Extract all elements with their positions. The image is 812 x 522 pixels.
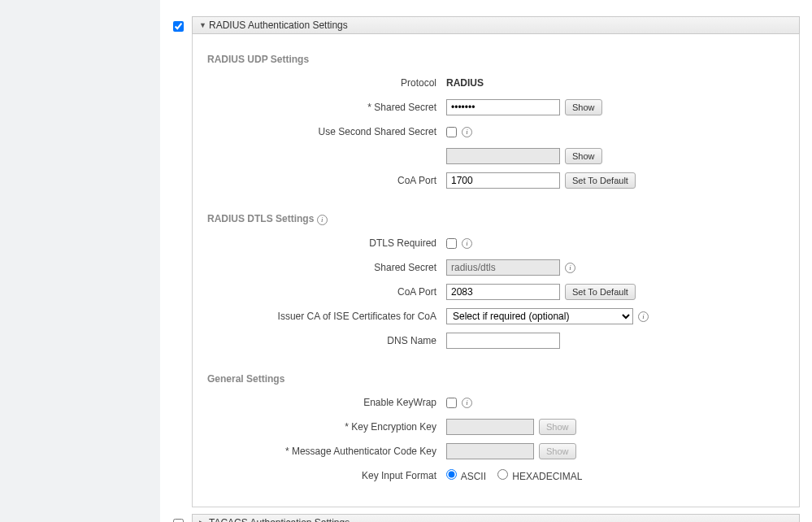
dns-name-label: DNS Name <box>207 335 446 346</box>
radius-section-checkbox[interactable] <box>173 21 184 32</box>
tacacs-section-title: TACACS Authentication Settings <box>209 517 350 522</box>
issuer-ca-label: Issuer CA of ISE Certificates for CoA <box>207 311 446 322</box>
radio-label-hex[interactable]: HEXADECIMAL <box>497 469 582 482</box>
dtls-required-label: DTLS Required <box>207 237 446 249</box>
radius-section-header[interactable]: ▼ RADIUS Authentication Settings <box>192 16 800 34</box>
ascii-radio-text: ASCII <box>461 471 486 482</box>
info-icon[interactable]: i <box>462 238 472 249</box>
radius-udp-group-title: RADIUS UDP Settings <box>207 54 783 65</box>
radius-dtls-group-title: RADIUS DTLS Settings i <box>207 213 783 225</box>
dtls-shared-secret-label: Shared Secret <box>207 262 446 273</box>
ascii-radio[interactable] <box>446 469 457 480</box>
radio-label-ascii[interactable]: ASCII <box>446 469 486 482</box>
use-second-secret-checkbox[interactable] <box>446 127 457 137</box>
enable-keywrap-checkbox[interactable] <box>446 398 457 408</box>
tacacs-section-header[interactable]: ▶ TACACS Authentication Settings <box>192 514 800 522</box>
coa-port-field[interactable] <box>446 172 560 189</box>
show-second-secret-button[interactable]: Show <box>565 148 602 164</box>
general-settings-group-title: General Settings <box>207 373 783 385</box>
coa-port-label: CoA Port <box>207 175 446 186</box>
radius-dtls-group-title-text: RADIUS DTLS Settings <box>207 213 314 224</box>
protocol-label: Protocol <box>207 77 446 89</box>
hex-radio-text: HEXADECIMAL <box>512 471 582 482</box>
tacacs-section-checkbox[interactable] <box>173 519 184 522</box>
key-encryption-field <box>446 419 534 435</box>
info-icon[interactable]: i <box>638 311 649 322</box>
mac-key-label: * Message Authenticator Code Key <box>207 446 446 457</box>
dtls-coa-port-label: CoA Port <box>207 286 446 298</box>
info-icon[interactable]: i <box>565 263 575 273</box>
show-shared-secret-button[interactable]: Show <box>565 99 602 115</box>
dtls-set-default-button[interactable]: Set To Default <box>565 284 636 300</box>
use-second-secret-label: Use Second Shared Secret <box>207 126 446 137</box>
radius-section-title: RADIUS Authentication Settings <box>209 20 348 31</box>
dtls-required-checkbox[interactable] <box>446 238 457 249</box>
hex-radio[interactable] <box>497 469 508 480</box>
protocol-value: RADIUS <box>446 77 484 89</box>
show-mac-key-button: Show <box>539 443 576 459</box>
key-encryption-label: * Key Encryption Key <box>207 421 446 433</box>
chevron-right-icon: ▶ <box>199 519 206 522</box>
main-content: ▼ RADIUS Authentication Settings RADIUS … <box>161 0 812 522</box>
shared-secret-field[interactable] <box>446 99 560 115</box>
show-key-encryption-button: Show <box>539 419 576 435</box>
dtls-shared-secret-field <box>446 259 560 276</box>
info-icon[interactable]: i <box>317 215 328 225</box>
second-shared-secret-field <box>446 148 560 164</box>
info-icon[interactable]: i <box>462 398 472 408</box>
set-default-coa-button[interactable]: Set To Default <box>565 172 636 189</box>
radius-panel-body: RADIUS UDP Settings Protocol RADIUS * Sh… <box>192 34 800 507</box>
mac-key-field <box>446 443 534 459</box>
key-input-format-label: Key Input Format <box>207 470 446 481</box>
dtls-coa-port-field[interactable] <box>446 284 560 300</box>
shared-secret-label: * Shared Secret <box>207 102 446 113</box>
enable-keywrap-label: Enable KeyWrap <box>207 397 446 408</box>
left-sidebar <box>0 0 161 522</box>
dns-name-field[interactable] <box>446 333 560 349</box>
issuer-ca-select[interactable]: Select if required (optional) <box>446 308 633 324</box>
chevron-down-icon: ▼ <box>199 21 206 29</box>
info-icon[interactable]: i <box>462 127 472 137</box>
